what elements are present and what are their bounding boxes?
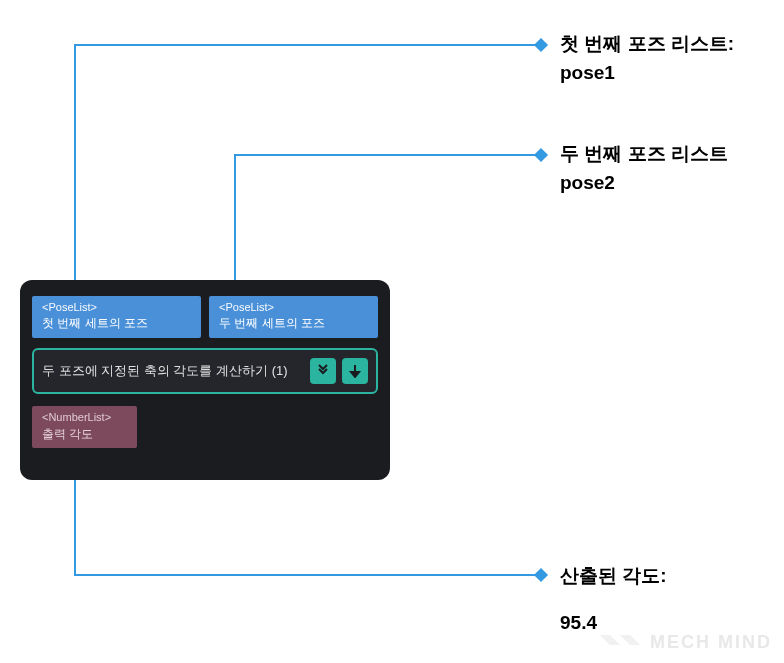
run-icon[interactable] xyxy=(342,358,368,384)
port-type: <PoseList> xyxy=(219,300,368,315)
annotation-second-pose: 두 번째 포즈 리스트 pose2 xyxy=(560,140,728,197)
annotation-title: 산출된 각도: xyxy=(560,562,667,591)
node-title-bar[interactable]: 두 포즈에 지정된 축의 각도를 계산하기 (1) xyxy=(32,348,378,394)
port-type: <PoseList> xyxy=(42,300,191,315)
port-label: 첫 번째 세트의 포즈 xyxy=(42,315,191,332)
diamond-marker xyxy=(534,568,548,582)
annotation-value: pose1 xyxy=(560,59,734,88)
input-port-second-pose[interactable]: <PoseList> 두 번째 세트의 포즈 xyxy=(209,296,378,338)
input-port-row: <PoseList> 첫 번째 세트의 포즈 <PoseList> 두 번째 세… xyxy=(32,296,378,338)
watermark-text: MECH MIND xyxy=(650,632,772,653)
annotation-value: pose2 xyxy=(560,169,728,198)
output-port-angle[interactable]: <NumberList> 출력 각도 xyxy=(32,406,137,448)
port-label: 두 번째 세트의 포즈 xyxy=(219,315,368,332)
diamond-marker xyxy=(534,148,548,162)
logo-icon xyxy=(598,631,642,653)
annotation-title: 첫 번째 포즈 리스트: xyxy=(560,30,734,59)
annotation-first-pose: 첫 번째 포즈 리스트: pose1 xyxy=(560,30,734,87)
node-panel: <PoseList> 첫 번째 세트의 포즈 <PoseList> 두 번째 세… xyxy=(20,280,390,480)
watermark: MECH MIND xyxy=(598,631,772,653)
diamond-marker xyxy=(534,38,548,52)
node-title: 두 포즈에 지정된 축의 각도를 계산하기 (1) xyxy=(42,362,304,380)
connector-first-pose xyxy=(75,45,540,308)
annotation-output: 산출된 각도: 95.4 xyxy=(560,562,667,637)
port-label: 출력 각도 xyxy=(42,426,127,443)
port-type: <NumberList> xyxy=(42,410,127,425)
expand-icon[interactable] xyxy=(310,358,336,384)
annotation-title: 두 번째 포즈 리스트 xyxy=(560,140,728,169)
input-port-first-pose[interactable]: <PoseList> 첫 번째 세트의 포즈 xyxy=(32,296,201,338)
